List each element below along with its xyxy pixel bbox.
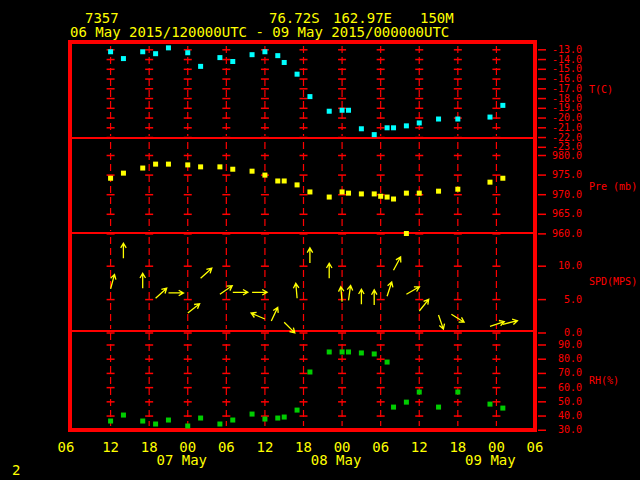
relative-humidity-point [404,400,409,405]
wind-arrow [111,274,116,289]
pressure-point [327,195,332,200]
hour-tick-label: 06 [58,440,75,454]
relative-humidity-point [340,349,345,354]
relative-humidity-point [121,413,126,418]
pressure-series [108,162,505,236]
relative-humidity-point [108,419,113,424]
pressure-point [295,182,300,187]
temperature-point [404,123,409,128]
plot-frame [70,42,535,430]
pressure-tick-label: 965.0 [520,209,582,219]
temperature-point [455,117,460,122]
temperature-point [295,72,300,77]
relative-humidity-point [166,418,171,423]
pressure-point [378,194,383,199]
pressure-point [487,180,492,185]
hour-tick-label: 06 [527,440,544,454]
relative-humidity-point [327,349,332,354]
pressure-point [455,187,460,192]
relative-humidity-point [282,415,287,420]
wind-arrow [140,273,146,288]
pressure-point [185,162,190,167]
relative-humidity-tick-label: 90.0 [520,340,582,350]
wind-speed-tick-label: 10.0 [520,261,582,271]
temperature-point [275,53,280,58]
wind-speed-series [111,243,518,333]
pressure-point [140,166,145,171]
temperature-point [262,49,267,54]
temperature-point [487,115,492,120]
hour-tick-label: 06 [218,440,235,454]
station-elevation: 150M [420,11,454,25]
relative-humidity-point [455,390,460,395]
axis-label-relative-humidity: RH(%) [589,376,619,386]
date-label: 09 May [465,453,516,467]
pressure-point [275,178,280,183]
hour-tick-label: 12 [256,440,273,454]
hour-tick-label: 12 [102,440,119,454]
relative-humidity-point [436,405,441,410]
wind-speed-tick-label: 5.0 [520,295,582,305]
temperature-point [391,125,396,130]
temperature-point [346,108,351,113]
pressure-point [417,191,422,196]
temperature-point [166,45,171,50]
relative-humidity-point [417,390,422,395]
temperature-point [185,50,190,55]
temperature-point [372,132,377,137]
pressure-point [250,169,255,174]
pressure-point [404,191,409,196]
hour-tick-label: 12 [411,440,428,454]
wind-arrow [252,290,267,296]
relative-humidity-tick-label: 70.0 [520,368,582,378]
axis-label-pressure: Pre (mb) [589,182,637,192]
wind-arrow [347,285,353,300]
pressure-point [108,176,113,181]
wind-arrow [156,288,167,298]
pressure-point [500,176,505,181]
temperature-point [153,51,158,56]
pressure-point [166,162,171,167]
temperature-point [436,117,441,122]
relative-humidity-point [230,418,235,423]
hour-tick-label: 06 [372,440,389,454]
pressure-tick-label: 975.0 [520,170,582,180]
wind-arrow [387,282,393,296]
relative-humidity-point [487,402,492,407]
pressure-point [346,191,351,196]
pressure-point [217,164,222,169]
relative-humidity-point [346,349,351,354]
pressure-tick-label: 970.0 [520,190,582,200]
temperature-point [198,64,203,69]
wind-arrow [271,307,278,321]
axis-label-wind-speed: SPD(MPS) [589,277,637,287]
relative-humidity-point [250,412,255,417]
temperature-point [500,103,505,108]
pressure-point [436,189,441,194]
station-longitude: 162.97E [333,11,392,25]
temperature-point [417,120,422,125]
pressure-point [359,191,364,196]
wind-arrow [327,263,333,278]
wind-arrow [169,290,184,296]
wind-arrow [490,321,504,327]
pressure-point [153,162,158,167]
temperature-point [108,49,113,54]
wind-arrow [394,257,401,270]
temperature-point [307,94,312,99]
date-label: 08 May [311,453,362,467]
pressure-point [230,167,235,172]
relative-humidity-tick-label: 50.0 [520,397,582,407]
date-label: 07 May [156,453,207,467]
relative-humidity-point [372,351,377,356]
pressure-tick-label: 980.0 [520,151,582,161]
pressure-point [340,189,345,194]
relative-humidity-point [217,422,222,427]
meteogram-screen: 7357 76.72S 162.97E 150M 06 May 2015/120… [0,0,640,480]
relative-humidity-point [307,369,312,374]
wind-arrow [121,243,127,258]
hour-tick-label: 18 [295,440,312,454]
wind-arrow [188,304,200,313]
relative-humidity-tick-label: 30.0 [520,425,582,435]
wind-arrow [251,312,265,319]
